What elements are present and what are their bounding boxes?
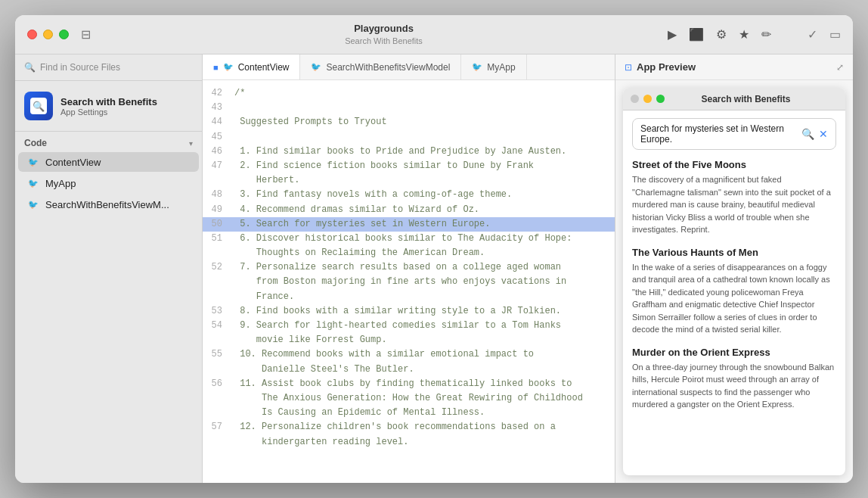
line-content-52b: from Boston majoring in fine arts who en… [234,275,566,289]
app-name: Search with Benefits [60,96,157,107]
code-line-55: 55 10. Recommend books with a similar em… [203,347,615,362]
titlebar-controls: ▶ ⬛ ⚙ ★ ✏ ✓ ▭ [668,27,841,42]
record-icon[interactable]: ⬛ [689,27,704,42]
line-num-48: 48 [206,188,234,202]
search-action-icons: 🔍 ✕ [801,128,828,140]
line-content-55: 10. Recommend books with a similar emoti… [234,347,534,362]
editor-tabs: ■ 🐦 ContentView 🐦 SearchWithBenefitsView… [203,54,615,80]
tab-label-1: ContentView [238,62,290,73]
brush-icon[interactable]: ✏ [761,27,771,42]
swift-icon-2: 🐦 [27,177,39,189]
line-num-47b [206,173,234,188]
code-line-56b: The Anxious Generation: How the Great Re… [203,391,615,406]
expand-icon[interactable]: ⤢ [836,62,844,73]
line-content-56c: Is Causing an Epidemic of Mental Illness… [234,406,485,420]
line-content-53: 8. Find books with a similar writing sty… [234,304,561,319]
line-num-52b [206,275,234,289]
tab-bird-icon-1: 🐦 [223,62,234,72]
code-editor[interactable]: 42 /* 43 44 Suggested Prompts to Tryout … [203,80,615,483]
preview-window-titlebar: Search with Benefits [623,88,845,110]
window-icon[interactable]: ▭ [829,27,841,42]
sidebar-toggle-icon[interactable]: ⊟ [81,27,91,42]
find-in-files-bar[interactable]: 🔍 Find in Source Files [15,54,202,81]
tab-viewmodel[interactable]: 🐦 SearchWithBenefitsViewModel [300,54,461,79]
line-content-56b: The Anxious Generation: How the Great Re… [234,391,583,406]
line-num-51: 51 [206,232,234,246]
code-line-54: 54 9. Search for light-hearted comedies … [203,319,615,333]
code-line-52c: France. [203,290,615,304]
line-num-52c [206,290,234,304]
line-content-51b: Thoughts on Reclaiming the American Drea… [234,246,485,260]
code-line-56: 56 11. Assist book clubs by finding them… [203,377,615,391]
code-line-57b: kindergarten reading level. [203,435,615,450]
app-info-text: Search with Benefits App Settings [60,96,157,117]
zoom-button[interactable] [59,30,69,39]
tab-contentview[interactable]: ■ 🐦 ContentView [203,54,300,79]
line-content-54b: movie like Forrest Gump. [234,333,387,347]
code-line-50: 50 5. Search for mysteries set in Wester… [203,217,615,232]
line-content-42: /* [234,86,245,101]
line-content-51: 6. Discover historical books similar to … [234,232,572,246]
sidebar-item-myapp[interactable]: 🐦 MyApp [18,173,199,193]
book-result-1: Street of the Five Moons The discovery o… [632,159,836,236]
preview-panel: ⊡ App Preview ⤢ Search with Benefits Sea… [615,54,853,483]
close-button[interactable] [27,30,37,39]
sidebar: 🔍 Find in Source Files 🔍 Search with Ben… [15,54,203,483]
line-content-50: 5. Search for mysteries set in Western E… [234,217,490,232]
line-content-57: 12. Personalize children's book recommen… [234,420,556,434]
checkmark-icon[interactable]: ✓ [808,27,817,42]
code-line-52: 52 7. Personalize search results based o… [203,260,615,275]
book-desc-2: In the wake of a series of disappearance… [632,261,836,336]
code-line-56c: Is Causing an Epidemic of Mental Illness… [203,406,615,420]
code-line-49: 49 4. Recommend dramas similar to Wizard… [203,203,615,217]
code-line-53: 53 8. Find books with a similar writing … [203,304,615,319]
preview-content[interactable]: Search for mysteries set in Western Euro… [623,110,845,475]
line-content-55b: Danielle Steel's The Butler. [234,363,414,377]
line-num-55: 55 [206,347,234,362]
line-num-44: 44 [206,115,234,129]
book-title-1: Street of the Five Moons [632,159,836,170]
sliders-icon[interactable]: ⚙ [716,27,727,42]
search-clear-icon[interactable]: ✕ [819,128,828,140]
sidebar-item-label-3: SearchWithBenefitsViewM... [45,199,169,210]
play-icon[interactable]: ▶ [668,27,677,42]
line-content-54: 9. Search for light-hearted comedies sim… [234,319,561,333]
line-content-43 [234,101,240,115]
line-content-46: 1. Find similar books to Pride and Preju… [234,145,566,159]
line-content-52: 7. Personalize search results based on a… [234,260,561,275]
swift-icon-3: 🐦 [27,198,39,210]
star-icon[interactable]: ★ [739,27,749,42]
search-submit-icon[interactable]: 🔍 [801,128,814,140]
tab-myapp[interactable]: 🐦 MyApp [461,54,526,79]
code-line-52b: from Boston majoring in fine arts who en… [203,275,615,289]
code-line-44: 44 Suggested Prompts to Tryout [203,115,615,129]
line-num-47: 47 [206,159,234,173]
line-content-47: 2. Find science fiction books similar to… [234,159,534,173]
line-num-42: 42 [206,86,234,101]
app-settings-label: App Settings [60,107,157,117]
app-icon-inner: 🔍 [30,98,47,114]
line-content-47b: Herbert. [234,173,299,188]
line-num-56b [206,391,234,406]
code-line-42: 42 /* [203,86,615,101]
line-num-50: 50 [206,217,234,232]
line-content-45 [234,130,240,145]
line-num-51b [206,246,234,260]
sidebar-item-viewmodel[interactable]: 🐦 SearchWithBenefitsViewM... [18,195,199,214]
code-line-47b: Herbert. [203,173,615,188]
book-result-2: The Various Haunts of Men In the wake of… [632,247,836,336]
titlebar-center: Playgrounds Search With Benefits [100,23,668,46]
line-num-53: 53 [206,304,234,319]
line-num-57: 57 [206,420,234,434]
line-num-55b [206,363,234,377]
preview-search-bar[interactable]: Search for mysteries set in Western Euro… [632,118,836,150]
app-subtitle: Search With Benefits [345,36,423,46]
code-line-45: 45 [203,130,615,145]
code-line-54b: movie like Forrest Gump. [203,333,615,347]
preview-title: App Preview [637,61,836,73]
book-result-3: Murder on the Orient Express On a three-… [632,347,836,411]
minimize-button[interactable] [43,30,53,39]
code-line-55b: Danielle Steel's The Butler. [203,363,615,377]
line-num-56c [206,406,234,420]
sidebar-item-contentview[interactable]: 🐦 ContentView [18,152,199,172]
